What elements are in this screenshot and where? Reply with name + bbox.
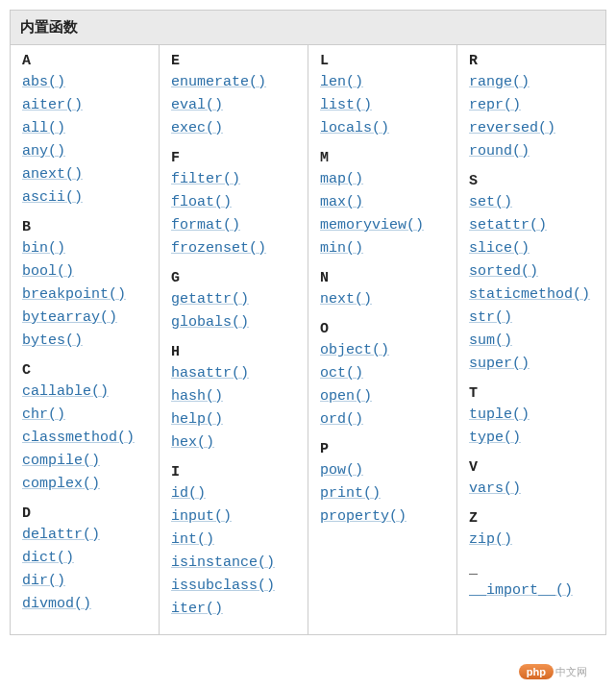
function-link[interactable]: object()	[320, 339, 445, 362]
group-L: Llen()list()locals()	[320, 53, 445, 140]
function-link[interactable]: hex()	[171, 431, 296, 455]
group-header: Z	[469, 510, 594, 527]
group-header: M	[320, 150, 445, 166]
function-link[interactable]: frozenset()	[171, 237, 296, 260]
function-link[interactable]: bytearray()	[22, 307, 147, 330]
function-link[interactable]: round()	[469, 140, 594, 163]
group-header: E	[171, 53, 296, 69]
function-link[interactable]: staticmethod()	[469, 283, 594, 307]
group-header: V	[469, 459, 594, 476]
function-link[interactable]: input()	[171, 505, 296, 529]
group-header: L	[320, 53, 445, 69]
function-link[interactable]: eval()	[171, 94, 296, 117]
function-link[interactable]: __import__()	[469, 579, 594, 603]
function-link[interactable]: len()	[320, 71, 445, 94]
function-link[interactable]: isinstance()	[171, 552, 296, 575]
function-link[interactable]: zip()	[469, 529, 594, 552]
function-link[interactable]: ascii()	[22, 186, 147, 209]
function-link[interactable]: help()	[171, 408, 296, 431]
group-header: N	[320, 270, 445, 286]
group-header: F	[171, 150, 296, 166]
function-link[interactable]: complex()	[22, 473, 147, 496]
function-link[interactable]: print()	[320, 482, 445, 505]
function-link[interactable]: dict()	[22, 547, 147, 570]
function-link[interactable]: bytes()	[22, 330, 147, 353]
function-link[interactable]: globals()	[171, 311, 296, 334]
function-link[interactable]: ord()	[320, 408, 445, 431]
function-link[interactable]: getattr()	[171, 288, 296, 311]
function-link[interactable]: range()	[469, 71, 594, 94]
group-header: B	[22, 219, 147, 235]
group-header: O	[320, 321, 445, 337]
group-header: P	[320, 441, 445, 457]
function-link[interactable]: id()	[171, 482, 296, 505]
function-link[interactable]: property()	[320, 505, 445, 529]
group-header: C	[22, 362, 147, 379]
function-link[interactable]: breakpoint()	[22, 283, 147, 307]
function-link[interactable]: iter()	[171, 598, 296, 621]
table-columns: Aabs()aiter()all()any()anext()ascii()Bbi…	[11, 45, 605, 634]
group-B: Bbin()bool()breakpoint()bytearray()bytes…	[22, 219, 147, 353]
builtin-functions-table: 内置函数 Aabs()aiter()all()any()anext()ascii…	[10, 10, 606, 635]
function-link[interactable]: exec()	[171, 117, 296, 140]
function-link[interactable]: callable()	[22, 381, 147, 404]
function-link[interactable]: memoryview()	[320, 214, 445, 237]
function-link[interactable]: slice()	[469, 237, 594, 260]
function-link[interactable]: set()	[469, 191, 594, 214]
group-header: D	[22, 505, 147, 522]
function-link[interactable]: open()	[320, 385, 445, 408]
function-link[interactable]: chr()	[22, 404, 147, 427]
function-link[interactable]: issubclass()	[171, 575, 296, 598]
function-link[interactable]: setattr()	[469, 214, 594, 237]
function-link[interactable]: hasattr()	[171, 362, 296, 385]
function-link[interactable]: tuple()	[469, 404, 594, 427]
function-link[interactable]: map()	[320, 168, 445, 191]
function-link[interactable]: classmethod()	[22, 427, 147, 450]
function-link[interactable]: aiter()	[22, 94, 147, 117]
function-link[interactable]: repr()	[469, 94, 594, 117]
function-link[interactable]: anext()	[22, 163, 147, 186]
function-link[interactable]: locals()	[320, 117, 445, 140]
group-header: R	[469, 53, 594, 69]
column-1: Eenumerate()eval()exec()Ffilter()float()…	[160, 45, 308, 634]
column-0: Aabs()aiter()all()any()anext()ascii()Bbi…	[11, 45, 160, 634]
function-link[interactable]: type()	[469, 427, 594, 450]
group-A: Aabs()aiter()all()any()anext()ascii()	[22, 53, 147, 209]
function-link[interactable]: next()	[320, 288, 445, 311]
group-E: Eenumerate()eval()exec()	[171, 53, 296, 140]
function-link[interactable]: enumerate()	[171, 71, 296, 94]
function-link[interactable]: min()	[320, 237, 445, 260]
group-header: T	[469, 385, 594, 402]
function-link[interactable]: delattr()	[22, 524, 147, 547]
function-link[interactable]: compile()	[22, 450, 147, 473]
function-link[interactable]: bin()	[22, 237, 147, 260]
function-link[interactable]: abs()	[22, 71, 147, 94]
function-link[interactable]: vars()	[469, 478, 594, 501]
group-S: Sset()setattr()slice()sorted()staticmeth…	[469, 173, 594, 376]
group-O: Oobject()oct()open()ord()	[320, 321, 445, 431]
function-link[interactable]: oct()	[320, 362, 445, 385]
function-link[interactable]: sum()	[469, 330, 594, 353]
function-link[interactable]: sorted()	[469, 260, 594, 283]
group-D: Ddelattr()dict()dir()divmod()	[22, 505, 147, 616]
group-Z: Zzip()	[469, 510, 594, 552]
function-link[interactable]: format()	[171, 214, 296, 237]
function-link[interactable]: pow()	[320, 459, 445, 482]
function-link[interactable]: super()	[469, 353, 594, 376]
function-link[interactable]: any()	[22, 140, 147, 163]
group-header: I	[171, 464, 296, 480]
function-link[interactable]: int()	[171, 529, 296, 552]
function-link[interactable]: hash()	[171, 385, 296, 408]
function-link[interactable]: all()	[22, 117, 147, 140]
table-title: 内置函数	[11, 11, 605, 45]
function-link[interactable]: str()	[469, 307, 594, 330]
function-link[interactable]: reversed()	[469, 117, 594, 140]
group-F: Ffilter()float()format()frozenset()	[171, 150, 296, 260]
function-link[interactable]: list()	[320, 94, 445, 117]
function-link[interactable]: filter()	[171, 168, 296, 191]
function-link[interactable]: max()	[320, 191, 445, 214]
function-link[interactable]: bool()	[22, 260, 147, 283]
function-link[interactable]: divmod()	[22, 593, 147, 616]
function-link[interactable]: dir()	[22, 570, 147, 593]
function-link[interactable]: float()	[171, 191, 296, 214]
